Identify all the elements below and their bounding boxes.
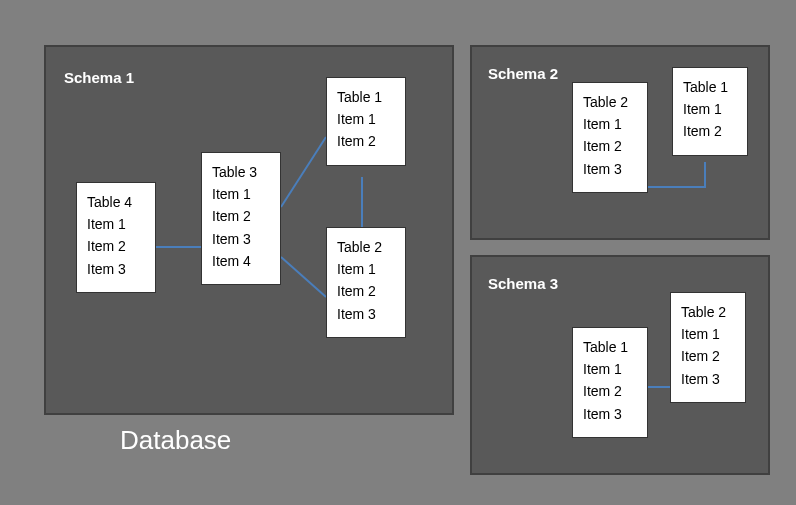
- table-item: Item 2: [87, 237, 145, 255]
- table-item: Item 4: [212, 252, 270, 270]
- schema-2: Schema 2 Table 2 Item 1 Item 2 Item 3 Ta…: [470, 45, 770, 240]
- table-item: Item 2: [583, 382, 637, 400]
- schema-1: Schema 1 Table 4 Item 1 Item 2 Item 3 Ta…: [44, 45, 454, 415]
- schema-3-label: Schema 3: [488, 275, 558, 292]
- table-item: Item 2: [337, 132, 395, 150]
- table-name: Table 1: [683, 78, 737, 96]
- schema-1-label: Schema 1: [64, 69, 134, 86]
- schema-2-table-2: Table 2 Item 1 Item 2 Item 3: [572, 82, 648, 193]
- table-name: Table 1: [337, 88, 395, 106]
- table-item: Item 1: [583, 115, 637, 133]
- table-name: Table 4: [87, 193, 145, 211]
- database-label: Database: [120, 425, 231, 456]
- table-name: Table 1: [583, 338, 637, 356]
- svg-line-1: [281, 137, 326, 207]
- table-item: Item 1: [681, 325, 735, 343]
- table-item: Item 3: [337, 305, 395, 323]
- table-item: Item 1: [337, 110, 395, 128]
- table-name: Table 2: [583, 93, 637, 111]
- table-name: Table 2: [681, 303, 735, 321]
- table-item: Item 2: [337, 282, 395, 300]
- table-item: Item 2: [212, 207, 270, 225]
- table-item: Item 3: [212, 230, 270, 248]
- schema-3-table-1: Table 1 Item 1 Item 2 Item 3: [572, 327, 648, 438]
- table-item: Item 1: [87, 215, 145, 233]
- schema-2-label: Schema 2: [488, 65, 558, 82]
- table-name: Table 3: [212, 163, 270, 181]
- schema-1-table-1: Table 1 Item 1 Item 2: [326, 77, 406, 166]
- table-item: Item 1: [683, 100, 737, 118]
- schema-3: Schema 3 Table 1 Item 1 Item 2 Item 3 Ta…: [470, 255, 770, 475]
- schema-2-table-1: Table 1 Item 1 Item 2: [672, 67, 748, 156]
- table-item: Item 3: [681, 370, 735, 388]
- table-item: Item 3: [87, 260, 145, 278]
- schema-3-table-2: Table 2 Item 1 Item 2 Item 3: [670, 292, 746, 403]
- table-item: Item 1: [583, 360, 637, 378]
- table-item: Item 1: [337, 260, 395, 278]
- table-item: Item 2: [583, 137, 637, 155]
- table-item: Item 3: [583, 405, 637, 423]
- table-item: Item 3: [583, 160, 637, 178]
- table-item: Item 1: [212, 185, 270, 203]
- table-item: Item 2: [683, 122, 737, 140]
- table-name: Table 2: [337, 238, 395, 256]
- schema-1-table-4: Table 4 Item 1 Item 2 Item 3: [76, 182, 156, 293]
- schema-1-table-3: Table 3 Item 1 Item 2 Item 3 Item 4: [201, 152, 281, 285]
- schema-1-table-2: Table 2 Item 1 Item 2 Item 3: [326, 227, 406, 338]
- svg-line-2: [281, 257, 326, 297]
- table-item: Item 2: [681, 347, 735, 365]
